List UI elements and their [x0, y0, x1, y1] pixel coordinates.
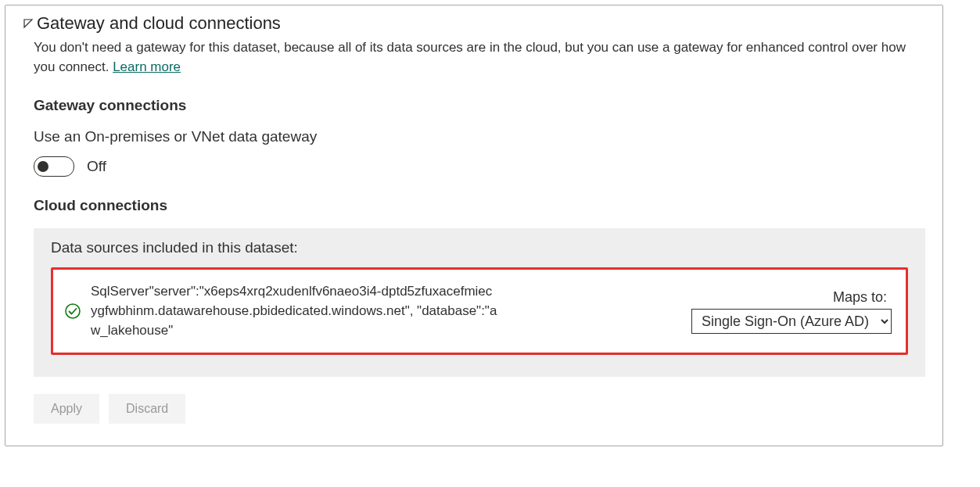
gateway-toggle[interactable] — [34, 156, 74, 177]
gateway-toggle-label: Use an On-premises or VNet data gateway — [34, 128, 925, 145]
gateway-connections-block: Gateway connections Use an On-premises o… — [34, 97, 925, 177]
maps-to-select[interactable]: Single Sign-On (Azure AD) — [691, 309, 892, 334]
cloud-connections-block: Cloud connections Data sources included … — [34, 197, 925, 424]
discard-button[interactable]: Discard — [109, 394, 185, 424]
datasource-card: SqlServer"server":"x6eps4xrq2xudenlfv6na… — [51, 267, 908, 355]
toggle-knob-icon — [38, 161, 48, 172]
gateway-toggle-state: Off — [87, 158, 106, 175]
section-header[interactable]: Gateway and cloud connections — [23, 13, 925, 34]
learn-more-link[interactable]: Learn more — [113, 59, 181, 74]
datasource-text: SqlServer"server":"x6eps4xrq2xudenlfv6na… — [91, 282, 497, 340]
success-check-icon — [64, 303, 81, 320]
maps-to-label: Maps to: — [833, 289, 887, 306]
section-description: You don't need a gateway for this datase… — [34, 38, 925, 77]
action-row: Apply Discard — [34, 394, 925, 424]
gateway-cloud-connections-panel: Gateway and cloud connections You don't … — [5, 5, 943, 446]
gateway-toggle-row: Off — [34, 156, 925, 177]
cloud-connections-heading: Cloud connections — [34, 197, 925, 214]
section-title: Gateway and cloud connections — [37, 13, 281, 34]
apply-button[interactable]: Apply — [34, 394, 99, 424]
collapse-triangle-icon[interactable] — [23, 18, 34, 29]
datasources-box: Data sources included in this dataset: S… — [34, 228, 925, 377]
datasources-title: Data sources included in this dataset: — [51, 239, 908, 256]
svg-point-0 — [66, 304, 80, 318]
gateway-connections-heading: Gateway connections — [34, 97, 925, 114]
maps-to-block: Maps to: Single Sign-On (Azure AD) — [688, 289, 892, 334]
